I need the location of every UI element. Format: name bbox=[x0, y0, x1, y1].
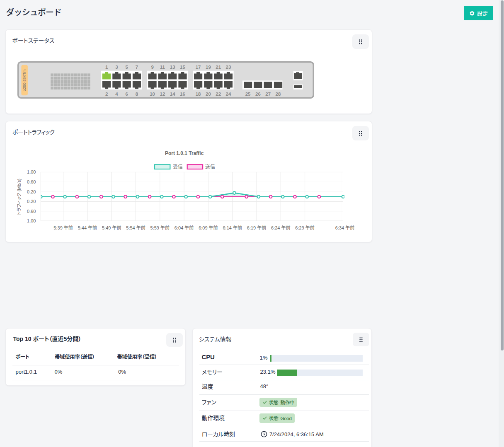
svg-text:5: 5 bbox=[125, 65, 128, 70]
svg-text:送信: 送信 bbox=[205, 164, 215, 170]
svg-text:0.20: 0.20 bbox=[27, 189, 36, 194]
svg-text:3: 3 bbox=[115, 65, 118, 70]
svg-text:2: 2 bbox=[105, 92, 108, 97]
svg-text:14: 14 bbox=[170, 92, 175, 97]
svg-text:6:29 午前: 6:29 午前 bbox=[295, 225, 314, 230]
svg-text:0.20: 0.20 bbox=[27, 199, 36, 204]
svg-text:6:09 午前: 6:09 午前 bbox=[199, 225, 218, 230]
svg-text:28: 28 bbox=[276, 92, 281, 97]
svg-text:6:19 午前: 6:19 午前 bbox=[247, 225, 266, 230]
svg-text:6:34 午前: 6:34 午前 bbox=[335, 225, 354, 230]
svg-text:12: 12 bbox=[160, 92, 165, 97]
svg-text:5:49 午前: 5:49 午前 bbox=[102, 225, 121, 230]
svg-text:5:39 午前: 5:39 午前 bbox=[53, 225, 73, 230]
svg-text:19: 19 bbox=[206, 65, 211, 70]
svg-text:トラフィック (Mb/s): トラフィック (Mb/s) bbox=[17, 179, 22, 215]
svg-text:21: 21 bbox=[216, 65, 221, 70]
svg-text:27: 27 bbox=[265, 92, 271, 97]
svg-text:22: 22 bbox=[216, 92, 221, 97]
svg-text:17: 17 bbox=[196, 65, 201, 70]
svg-text:1.00: 1.00 bbox=[27, 218, 36, 223]
svg-text:受信: 受信 bbox=[173, 164, 183, 170]
svg-text:24: 24 bbox=[226, 92, 231, 97]
svg-text:11: 11 bbox=[160, 65, 165, 70]
svg-text:6:04 午前: 6:04 午前 bbox=[174, 225, 194, 230]
svg-text:23: 23 bbox=[226, 65, 231, 70]
svg-text:5:54 午前: 5:54 午前 bbox=[126, 225, 145, 230]
svg-text:6: 6 bbox=[125, 92, 128, 97]
svg-text:1.00: 1.00 bbox=[27, 169, 36, 174]
svg-text:6:24 午前: 6:24 午前 bbox=[271, 225, 290, 230]
svg-text:8: 8 bbox=[136, 92, 138, 97]
svg-text:16: 16 bbox=[180, 92, 185, 97]
svg-text:7: 7 bbox=[136, 65, 138, 70]
svg-text:26: 26 bbox=[255, 92, 261, 97]
svg-text:9: 9 bbox=[151, 65, 153, 70]
svg-text:Port 1.0.1 Traffic: Port 1.0.1 Traffic bbox=[165, 150, 204, 156]
svg-text:0.60: 0.60 bbox=[27, 179, 36, 184]
svg-text:0.60: 0.60 bbox=[27, 209, 36, 214]
svg-text:5:59 午前: 5:59 午前 bbox=[150, 225, 170, 230]
svg-text:6:14 午前: 6:14 午前 bbox=[223, 225, 242, 230]
svg-text:25: 25 bbox=[245, 92, 251, 97]
svg-text:4: 4 bbox=[115, 92, 118, 97]
svg-text:18: 18 bbox=[196, 92, 201, 97]
svg-text:1: 1 bbox=[105, 65, 108, 70]
svg-text:5:44 午前: 5:44 午前 bbox=[78, 225, 97, 230]
svg-text:13: 13 bbox=[170, 65, 175, 70]
svg-text:x250-28XTm: x250-28XTm bbox=[22, 70, 27, 91]
svg-text:15: 15 bbox=[180, 65, 185, 70]
svg-text:20: 20 bbox=[206, 92, 211, 97]
svg-text:10: 10 bbox=[150, 92, 155, 97]
